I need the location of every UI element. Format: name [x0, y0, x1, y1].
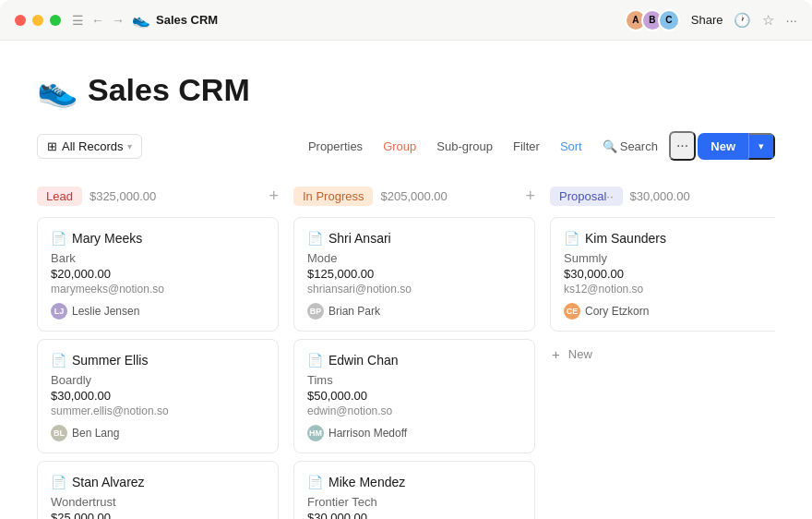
all-records-label: All Records	[62, 139, 123, 153]
card-company: Wondertrust	[51, 495, 265, 509]
card-company: Bark	[51, 251, 265, 265]
page-title: Sales CRM	[88, 72, 250, 108]
card-company: Mode	[307, 251, 521, 265]
avatar: BP	[307, 303, 324, 320]
all-records-button[interactable]: ⊞ All Records ▾	[37, 134, 142, 159]
column-amount-lead: $325,000.00	[90, 189, 156, 203]
share-button[interactable]: Share	[691, 13, 723, 27]
column-proposal: Proposal ··$30,000.00+📄Kim SaundersSumml…	[550, 187, 775, 519]
card-company: Summly	[564, 251, 775, 265]
card-person-name: Summer Ellis	[72, 353, 148, 368]
table-row[interactable]: 📄Edwin ChanTims$50,000.00edwin@notion.so…	[293, 339, 535, 453]
card-name-row: 📄Mike Mendez	[307, 475, 521, 489]
avatar: CE	[564, 303, 580, 320]
doc-icon: 📄	[51, 231, 66, 246]
card-amount: $30,000.00	[564, 267, 775, 281]
status-badge-proposal[interactable]: Proposal ··	[550, 187, 623, 206]
card-person-name: Edwin Chan	[328, 353, 399, 368]
nav-icons: ☰ ← →	[72, 13, 125, 28]
dropdown-chevron-icon: ▾	[127, 141, 132, 151]
column-inprogress: In Progress$205,000.00+📄Shri AnsariMode$…	[293, 187, 535, 519]
card-amount: $30,000.00	[51, 389, 265, 403]
new-dropdown-button[interactable]: ▾	[748, 133, 775, 160]
board: Lead$325,000.00+📄Mary MeeksBark$20,000.0…	[37, 187, 775, 519]
titlebar-right: A B C Share 🕐 ☆ ···	[625, 9, 797, 31]
favorite-icon[interactable]: ☆	[762, 12, 774, 29]
sort-button[interactable]: Sort	[551, 135, 591, 158]
column-header-lead: Lead$325,000.00+	[37, 187, 279, 206]
main-content: 👟 Sales CRM ⊞ All Records ▾ Properties G…	[0, 41, 812, 519]
card-person-name: Mary Meeks	[72, 231, 142, 246]
card-assignee: BPBrian Park	[307, 303, 521, 320]
page-header: 👟 Sales CRM	[37, 70, 775, 109]
card-person-name: Shri Ansari	[328, 231, 391, 246]
new-card-button-proposal[interactable]: +New	[550, 339, 775, 369]
table-row[interactable]: 📄Summer EllisBoardly$30,000.00summer.ell…	[37, 339, 279, 453]
table-row[interactable]: 📄Stan AlvarezWondertrust$25,000.00stan@n…	[37, 461, 279, 519]
card-person-name: Stan Alvarez	[72, 475, 145, 489]
toolbar-left: ⊞ All Records ▾	[37, 134, 142, 159]
card-assignee: LJLeslie Jensen	[51, 303, 265, 320]
sidebar-toggle-icon[interactable]: ☰	[72, 13, 84, 28]
table-icon: ⊞	[47, 139, 57, 153]
status-badge-inprogress[interactable]: In Progress	[293, 187, 373, 206]
table-row[interactable]: 📄Mike MendezFrontier Tech$30,000.00mike@…	[293, 461, 535, 519]
assignee-name: Brian Park	[328, 305, 380, 318]
card-company: Frontier Tech	[307, 495, 521, 509]
assignee-name: Ben Lang	[72, 427, 119, 440]
more-toolbar-icon[interactable]: ···	[669, 131, 696, 161]
card-amount: $25,000.00	[51, 511, 265, 519]
card-email: shriansari@notion.so	[307, 283, 521, 296]
card-company: Tims	[307, 373, 521, 387]
app-title: Sales CRM	[156, 13, 218, 27]
subgroup-button[interactable]: Sub-group	[427, 135, 502, 158]
new-button[interactable]: New	[698, 134, 748, 159]
card-amount: $20,000.00	[51, 267, 265, 281]
card-name-row: 📄Summer Ellis	[51, 353, 265, 368]
proposal-options-icon[interactable]: ··	[606, 189, 613, 203]
card-person-name: Kim Saunders	[585, 231, 666, 246]
doc-icon: 📄	[51, 475, 66, 489]
traffic-lights	[15, 15, 61, 26]
table-row[interactable]: 📄Mary MeeksBark$20,000.00marymeeks@notio…	[37, 217, 279, 332]
plus-icon: +	[552, 346, 560, 362]
card-email: marymeeks@notion.so	[51, 283, 265, 296]
add-card-button-lead[interactable]: +	[269, 187, 279, 206]
card-email: edwin@notion.so	[307, 404, 521, 417]
titlebar: ☰ ← → 👟 Sales CRM A B C Share 🕐 ☆ ···	[0, 0, 812, 41]
avatar: BL	[51, 425, 67, 441]
minimize-button[interactable]	[32, 15, 43, 26]
assignee-name: Harrison Medoff	[328, 427, 407, 440]
search-button[interactable]: 🔍Search	[593, 135, 667, 158]
card-email: ks12@notion.so	[564, 283, 775, 296]
status-badge-lead[interactable]: Lead	[37, 187, 82, 206]
forward-icon[interactable]: →	[112, 13, 125, 28]
column-amount-inprogress: $205,000.00	[380, 189, 447, 203]
fullscreen-button[interactable]	[50, 15, 61, 26]
card-name-row: 📄Edwin Chan	[307, 353, 521, 368]
doc-icon: 📄	[307, 475, 323, 489]
avatar: LJ	[51, 303, 67, 320]
card-amount: $50,000.00	[307, 389, 521, 403]
card-assignee: HMHarrison Medoff	[307, 425, 521, 441]
filter-button[interactable]: Filter	[504, 135, 549, 158]
back-icon[interactable]: ←	[91, 13, 104, 28]
more-options-icon[interactable]: ···	[785, 12, 797, 28]
close-button[interactable]	[15, 15, 26, 26]
history-icon[interactable]: 🕐	[734, 12, 751, 29]
assignee-name: Cory Etzkorn	[585, 305, 649, 318]
avatar: HM	[307, 425, 324, 441]
table-row[interactable]: 📄Kim SaundersSummly$30,000.00ks12@notion…	[550, 217, 775, 332]
assignee-name: Leslie Jensen	[72, 305, 139, 318]
card-company: Boardly	[51, 373, 265, 387]
toolbar: ⊞ All Records ▾ Properties Group Sub-gro…	[37, 131, 775, 168]
page-emoji-icon: 👟	[132, 11, 150, 29]
properties-button[interactable]: Properties	[299, 135, 372, 158]
doc-icon: 📄	[564, 231, 579, 246]
add-card-button-inprogress[interactable]: +	[525, 187, 535, 206]
new-btn-container: New ▾	[698, 133, 775, 160]
group-button[interactable]: Group	[374, 135, 425, 158]
avatar-3[interactable]: C	[658, 9, 680, 31]
page-title-bar: 👟 Sales CRM	[132, 11, 625, 29]
table-row[interactable]: 📄Shri AnsariMode$125,000.00shriansari@no…	[293, 217, 535, 332]
